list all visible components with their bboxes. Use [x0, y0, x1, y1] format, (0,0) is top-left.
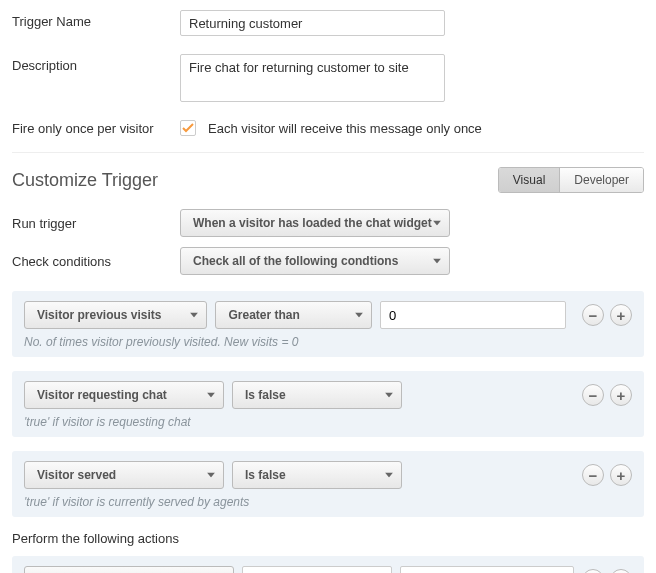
fire-once-label: Fire only once per visitor	[12, 121, 180, 136]
chevron-down-icon	[385, 393, 393, 398]
action-message-input[interactable]	[400, 566, 574, 573]
action-type-select[interactable]: Send Message to Visitor	[24, 566, 234, 573]
action-name-input[interactable]	[242, 566, 392, 573]
condition-field-select[interactable]: Visitor served	[24, 461, 224, 489]
condition-field-select[interactable]: Visitor requesting chat	[24, 381, 224, 409]
condition-hint: 'true' if visitor is currently served by…	[24, 495, 632, 509]
tab-visual[interactable]: Visual	[499, 168, 560, 192]
add-condition-button[interactable]: +	[610, 384, 632, 406]
chevron-down-icon	[433, 259, 441, 264]
description-input[interactable]: Fire chat for returning customer to site	[180, 54, 445, 102]
check-conditions-label: Check conditions	[12, 254, 180, 269]
tab-developer[interactable]: Developer	[560, 168, 643, 192]
condition-operator-select[interactable]: Greater than	[215, 301, 372, 329]
chevron-down-icon	[207, 393, 215, 398]
remove-condition-button[interactable]: −	[582, 304, 604, 326]
condition-block: Visitor previous visits Greater than − +…	[12, 291, 644, 357]
description-label: Description	[12, 54, 180, 73]
condition-operator-select[interactable]: Is false	[232, 461, 402, 489]
condition-hint: 'true' if visitor is requesting chat	[24, 415, 632, 429]
customize-title: Customize Trigger	[12, 170, 158, 191]
actions-label: Perform the following actions	[12, 531, 644, 546]
chevron-down-icon	[355, 313, 363, 318]
condition-field-select[interactable]: Visitor previous visits	[24, 301, 207, 329]
run-trigger-label: Run trigger	[12, 216, 180, 231]
check-conditions-select[interactable]: Check all of the following condtions	[180, 247, 450, 275]
condition-operator-value: Greater than	[228, 308, 299, 322]
condition-field-value: Visitor served	[37, 468, 116, 482]
run-trigger-value: When a visitor has loaded the chat widge…	[193, 216, 432, 230]
trigger-name-label: Trigger Name	[12, 10, 180, 29]
check-icon	[182, 123, 194, 133]
divider	[12, 152, 644, 153]
condition-hint: No. of times visitor previously visited.…	[24, 335, 632, 349]
remove-condition-button[interactable]: −	[582, 384, 604, 406]
chevron-down-icon	[190, 313, 198, 318]
fire-once-checkbox[interactable]	[180, 120, 196, 136]
condition-operator-value: Is false	[245, 388, 286, 402]
add-condition-button[interactable]: +	[610, 464, 632, 486]
add-condition-button[interactable]: +	[610, 304, 632, 326]
chevron-down-icon	[207, 473, 215, 478]
condition-operator-select[interactable]: Is false	[232, 381, 402, 409]
condition-block: Visitor served Is false − + 'true' if vi…	[12, 451, 644, 517]
run-trigger-select[interactable]: When a visitor has loaded the chat widge…	[180, 209, 450, 237]
remove-action-button[interactable]: −	[582, 569, 604, 573]
action-block: Send Message to Visitor − +	[12, 556, 644, 573]
trigger-name-input[interactable]	[180, 10, 445, 36]
chevron-down-icon	[385, 473, 393, 478]
add-action-button[interactable]: +	[610, 569, 632, 573]
mode-tabs: Visual Developer	[498, 167, 644, 193]
condition-field-value: Visitor previous visits	[37, 308, 162, 322]
condition-operator-value: Is false	[245, 468, 286, 482]
condition-field-value: Visitor requesting chat	[37, 388, 167, 402]
fire-once-help: Each visitor will receive this message o…	[208, 121, 482, 136]
condition-block: Visitor requesting chat Is false − + 'tr…	[12, 371, 644, 437]
chevron-down-icon	[433, 221, 441, 226]
condition-value-input[interactable]	[380, 301, 566, 329]
remove-condition-button[interactable]: −	[582, 464, 604, 486]
check-conditions-value: Check all of the following condtions	[193, 254, 398, 268]
